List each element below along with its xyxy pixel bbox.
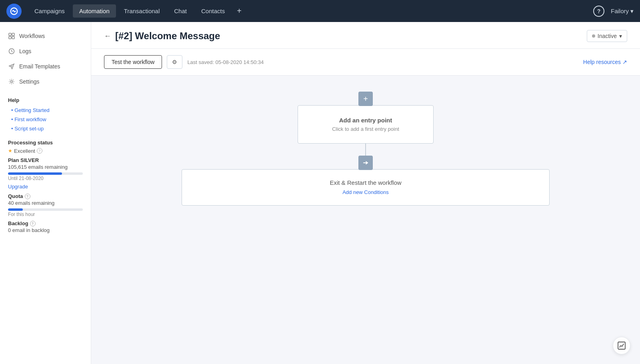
exit-block-wrapper: Exit & Restart the workflow Add new Cond…	[182, 156, 550, 206]
plan-progress-fill	[8, 172, 62, 175]
clock-icon	[8, 48, 15, 55]
add-entry-point-button[interactable]: +	[358, 92, 373, 106]
plan-emails-remaining: 105,615 emails remaining	[8, 164, 83, 170]
test-workflow-button[interactable]: Test the workflow	[104, 55, 162, 69]
backlog-label: Backlog ?	[8, 220, 83, 226]
help-link-script-setup[interactable]: Script set-up	[0, 124, 91, 133]
app-layout: Workflows Logs Email Templates	[0, 22, 640, 364]
exit-title: Exit & Restart the workflow	[192, 179, 540, 186]
status-label: Inactive	[598, 33, 617, 39]
status-dot	[592, 34, 595, 38]
exit-card: Exit & Restart the workflow Add new Cond…	[182, 169, 550, 206]
toolbar: Test the workflow ⚙ Last saved: 05-08-20…	[91, 49, 640, 76]
status-chevron: ▾	[619, 33, 622, 39]
processing-status-value: Excellent	[14, 148, 35, 154]
quota-progress-bar	[8, 208, 83, 211]
backlog-value: 0 email in backlog	[8, 227, 83, 233]
connector-line	[365, 144, 366, 156]
nav-plus-button[interactable]: +	[233, 5, 246, 18]
gear-icon	[8, 78, 15, 85]
send-icon	[8, 63, 15, 70]
sidebar-item-logs[interactable]: Logs	[0, 44, 91, 59]
processing-status-section: Processing status ★ Excellent ? Plan SIL…	[0, 133, 91, 233]
svg-rect-2	[12, 33, 14, 36]
exit-plus-button[interactable]	[358, 156, 373, 170]
plan-progress-bar	[8, 172, 83, 175]
workflow-settings-button[interactable]: ⚙	[167, 55, 182, 69]
star-icon: ★	[8, 148, 12, 154]
quota-help[interactable]: ?	[25, 194, 30, 199]
svg-rect-3	[9, 36, 11, 39]
quota-sub: For this hour	[8, 212, 83, 217]
nav-help-button[interactable]: ?	[593, 6, 604, 17]
entry-point-subtitle: Click to add a first entry point	[308, 126, 424, 132]
nav-transactional[interactable]: Transactional	[118, 4, 166, 18]
sidebar-item-settings[interactable]: Settings	[0, 74, 91, 89]
svg-point-6	[11, 81, 13, 83]
svg-rect-4	[12, 36, 14, 39]
quota-progress-fill	[8, 208, 23, 211]
processing-status-help[interactable]: ?	[37, 148, 42, 154]
status-badge[interactable]: Inactive ▾	[587, 30, 627, 42]
upgrade-link[interactable]: Upgrade	[8, 184, 28, 190]
page-title: [#2] Welcome Message	[115, 30, 220, 42]
entry-point-card[interactable]: Add an entry point Click to add a first …	[298, 105, 434, 144]
sidebar: Workflows Logs Email Templates	[0, 22, 91, 364]
last-saved-text: Last saved: 05-08-2020 14:50:34	[187, 59, 264, 65]
help-link-getting-started[interactable]: Getting Started	[0, 106, 91, 115]
nav-automation[interactable]: Automation	[73, 4, 116, 18]
entry-point-block: + Add an entry point Click to add a firs…	[298, 92, 434, 144]
nav-right: ? Failory ▾	[593, 6, 634, 17]
backlog-help[interactable]: ?	[30, 221, 36, 226]
logo[interactable]	[6, 4, 22, 19]
help-resources-link[interactable]: Help resources ↗	[583, 59, 627, 65]
page-header: ← [#2] Welcome Message Inactive ▾	[91, 22, 640, 49]
back-button[interactable]: ←	[104, 32, 111, 40]
quota-value: 40 emails remaining	[8, 200, 83, 206]
help-section-label: Help	[0, 89, 91, 106]
nav-user-menu[interactable]: Failory ▾	[611, 8, 634, 15]
entry-point-title: Add an entry point	[308, 117, 424, 124]
add-conditions-link[interactable]: Add new Conditions	[342, 189, 389, 195]
svg-rect-1	[9, 33, 11, 36]
page-title-row: ← [#2] Welcome Message	[104, 30, 220, 42]
workflow-canvas: + Add an entry point Click to add a firs…	[91, 76, 640, 364]
plan-label: Plan SILVER	[8, 157, 83, 163]
processing-status-label: Processing status	[8, 140, 83, 146]
quota-label: Quota ?	[8, 193, 83, 199]
floating-chart-button[interactable]	[613, 337, 630, 354]
help-link-first-workflow[interactable]: First workflow	[0, 115, 91, 124]
external-link-icon: ↗	[622, 59, 627, 65]
plan-until: Until 21-08-2020	[8, 176, 83, 181]
main-content: ← [#2] Welcome Message Inactive ▾ Test t…	[91, 22, 640, 364]
nav-campaigns[interactable]: Campaigns	[28, 4, 71, 18]
sidebar-item-workflows[interactable]: Workflows	[0, 28, 91, 44]
top-nav: Campaigns Automation Transactional Chat …	[0, 0, 640, 22]
nav-chat[interactable]: Chat	[168, 4, 193, 18]
sidebar-item-email-templates[interactable]: Email Templates	[0, 59, 91, 74]
nav-contacts[interactable]: Contacts	[195, 4, 231, 18]
connector	[365, 144, 366, 156]
svg-rect-7	[618, 342, 625, 349]
grid-icon	[8, 32, 15, 40]
